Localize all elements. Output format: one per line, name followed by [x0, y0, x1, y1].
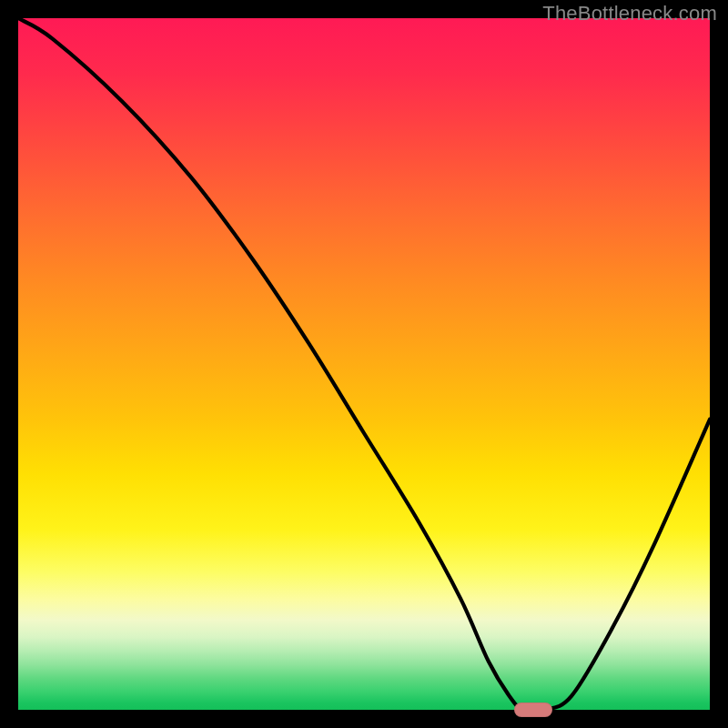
watermark-text: TheBottleneck.com — [542, 2, 717, 25]
chart-frame: TheBottleneck.com — [0, 0, 728, 728]
plot-area — [18, 18, 710, 710]
optimum-marker — [514, 703, 552, 717]
bottleneck-curve — [18, 18, 710, 710]
